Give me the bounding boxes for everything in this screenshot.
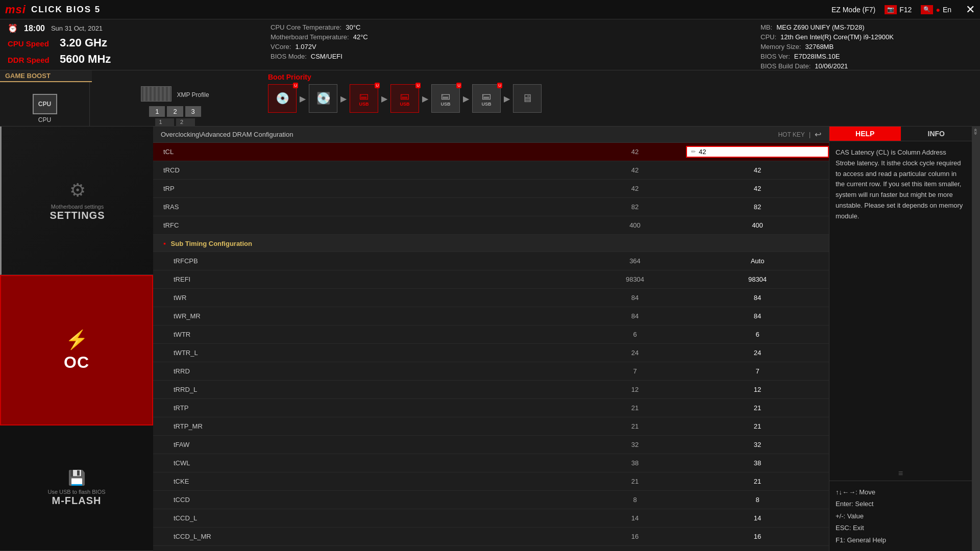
trefi-name: tREFI	[153, 276, 584, 283]
trrd-l-name: tRRD_L	[153, 386, 584, 393]
ez-mode-button[interactable]: EZ Mode (F7)	[831, 6, 875, 14]
table-row-trrd[interactable]: tRRD 7 7	[153, 362, 829, 381]
table-row-tfaw[interactable]: tFAW 32 32	[153, 436, 829, 454]
usb-badge-1: U	[293, 83, 298, 88]
sidebar-item-oc[interactable]: ⚡ OC	[0, 275, 153, 425]
topbar-left: msi CLICK BIOS 5	[5, 3, 101, 16]
memory-value: 32768MB	[805, 43, 834, 51]
table-row-tcwl[interactable]: tCWL 38 38	[153, 454, 829, 472]
table-row-trrd-l[interactable]: tRRD_L 12 12	[153, 381, 829, 399]
breadcrumb-separator: |	[809, 131, 811, 138]
table-row-trefi[interactable]: tREFI 98304 98304	[153, 270, 829, 289]
back-button[interactable]: ↩	[815, 130, 821, 139]
screenshot-icon: 📷	[885, 5, 897, 14]
xmp-btn-1[interactable]: 1	[149, 106, 165, 117]
close-button[interactable]: ✕	[966, 3, 975, 16]
table-row-trp[interactable]: tRP 42 42	[153, 180, 829, 198]
help-panel-expand-button[interactable]: «»	[972, 127, 980, 551]
tccd-l-value: 14	[686, 514, 829, 522]
tccd-l-mr-name: tCCD_L_MR	[153, 533, 584, 540]
help-tab[interactable]: HELP	[829, 127, 901, 141]
trfcpb-name: tRFCPB	[153, 257, 584, 265]
table-row-trfc[interactable]: tRFC 400 400	[153, 216, 829, 235]
current-date: Sun 31 Oct, 2021	[51, 24, 103, 32]
boot-priority-title: Boot Priority	[268, 73, 972, 81]
oc-icon: ⚡	[65, 329, 88, 350]
trp-name: tRP	[153, 185, 584, 192]
trefi-value: 98304	[686, 276, 829, 283]
table-row-tccd-l-mr[interactable]: tCCD_L_MR 16 16	[153, 528, 829, 546]
tcwl-name: tCWL	[153, 459, 584, 467]
help-text: CAS Latency (CL) is Column Address Strob…	[836, 148, 963, 220]
trp-default: 42	[584, 185, 686, 192]
trtp-mr-default: 21	[584, 422, 686, 430]
table-row-tcke[interactable]: tCKE 21 21	[153, 472, 829, 491]
msi-logo: msi	[5, 3, 26, 16]
usb-badge-4: U	[415, 83, 421, 88]
boot-device-1[interactable]: 💿 U	[268, 84, 297, 113]
table-row-tras[interactable]: tRAS 82 82	[153, 198, 829, 216]
table-row-twr-mr[interactable]: tWR_MR 84 84	[153, 307, 829, 325]
boot-device-5[interactable]: 🖴 USB U	[431, 84, 460, 113]
f12-button[interactable]: 📷 F12	[885, 5, 912, 14]
cpu-temp-value: 30°C	[346, 23, 360, 31]
xmp-btn-3[interactable]: 3	[185, 106, 201, 117]
bios-ver-label: BIOS Ver:	[761, 53, 790, 60]
trtp-mr-value: 21	[686, 422, 829, 430]
boot-arrow-6: ▶	[504, 94, 510, 104]
settings-main-label: SETTINGS	[50, 210, 105, 221]
boot-device-6[interactable]: 🖴 USB U	[472, 84, 501, 113]
tcl-input-box[interactable]: ✏ 42	[686, 146, 829, 158]
sub-timing-section-label: Sub Timing Configuration	[171, 240, 252, 247]
trrd-name: tRRD	[153, 367, 584, 375]
trtp-default: 21	[584, 404, 686, 412]
sidebar-item-settings[interactable]: ⚙ Motherboard settings SETTINGS	[0, 127, 153, 275]
scroll-down-arrow: ≡	[829, 466, 972, 481]
trcd-default: 42	[584, 166, 686, 174]
table-row-twtr[interactable]: tWTR 6 6	[153, 325, 829, 344]
tcl-value[interactable]: ✏ 42	[686, 146, 829, 158]
table-row-trcd[interactable]: tRCD 42 42	[153, 161, 829, 180]
sidebar: ⚙ Motherboard settings SETTINGS ⚡ OC 💾 U…	[0, 127, 153, 551]
table-row-tcl[interactable]: tCL 42 ✏ 42	[153, 143, 829, 161]
tcwl-default: 38	[584, 459, 686, 467]
trtp-mr-name: tRTP_MR	[153, 422, 584, 430]
boot-device-7[interactable]: 🖥	[513, 84, 542, 113]
table-row-twr[interactable]: tWR 84 84	[153, 289, 829, 307]
settings-table[interactable]: tCL 42 ✏ 42 tRCD 42 42 tRP 4	[153, 143, 829, 551]
language-button[interactable]: 🔍 ● En	[921, 5, 951, 14]
tcl-default: 42	[584, 148, 686, 156]
boot-device-2[interactable]: 💽	[309, 84, 337, 113]
cpu-temp-label: CPU Core Temperature:	[271, 23, 341, 31]
boot-device-icon-7: 🖥	[522, 92, 533, 105]
cpu-icon: CPU	[33, 94, 57, 114]
sub-timing-label: ▪ Sub Timing Configuration	[153, 239, 584, 247]
cpu-label: CPU:	[761, 33, 776, 41]
search-icon: 🔍	[921, 5, 933, 14]
expand-icon: ▪	[163, 239, 166, 247]
boot-device-4[interactable]: 🖴 USB U	[390, 84, 419, 113]
table-row-trfcpb[interactable]: tRFCPB 364 Auto	[153, 252, 829, 270]
boot-device-3[interactable]: 🖴 USB U	[350, 84, 378, 113]
twtr-value: 6	[686, 331, 829, 338]
twr-name: tWR	[153, 294, 584, 302]
sidebar-item-mflash[interactable]: 💾 Use USB to flash BIOS M-FLASH	[0, 425, 153, 551]
boot-device-icon-1: 💿	[276, 92, 289, 105]
bios-ver-value: E7D28IMS.10E	[794, 53, 840, 60]
table-row-trtp-mr[interactable]: tRTP_MR 21 21	[153, 417, 829, 436]
system-info-panel: CPU Core Temperature: 30°C Motherboard T…	[260, 19, 750, 70]
infobar: ⏰ 18:00 Sun 31 Oct, 2021 CPU Speed 3.20 …	[0, 19, 980, 70]
table-row-tccd[interactable]: tCCD 8 8	[153, 491, 829, 509]
tccd-default: 8	[584, 496, 686, 504]
xmp-btn-2[interactable]: 2	[167, 106, 183, 117]
info-tab[interactable]: INFO	[901, 127, 972, 141]
vcore-value: 1.072V	[295, 43, 316, 51]
table-row-twtr-l[interactable]: tWTR_L 24 24	[153, 344, 829, 362]
tccd-l-mr-default: 16	[584, 533, 686, 540]
table-row-tccd-l[interactable]: tCCD_L 14 14	[153, 509, 829, 528]
sub-timing-header[interactable]: ▪ Sub Timing Configuration	[153, 235, 829, 252]
table-row-trtp[interactable]: tRTP 21 21	[153, 399, 829, 417]
topbar-right: EZ Mode (F7) 📷 F12 🔍 ● En ✕	[831, 3, 975, 16]
boot-arrow-5: ▶	[463, 94, 469, 104]
trcd-name: tRCD	[153, 166, 584, 174]
